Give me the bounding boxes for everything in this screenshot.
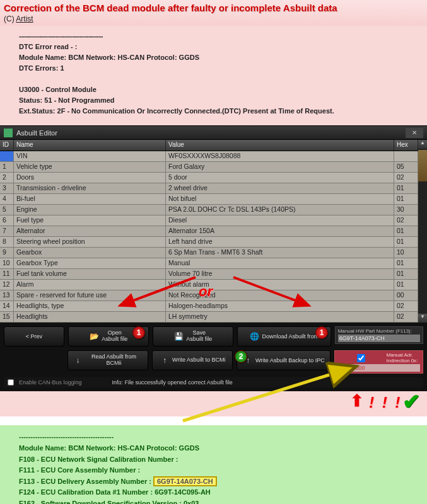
- cell-name: Steering wheel position: [14, 237, 166, 248]
- asbuilt-editor-window: Asbuilt Editor ✕ ID Name Value Hex VINWF…: [0, 125, 427, 391]
- table-row[interactable]: 5EnginePSA 2.0L DOHC Cr Tc DSL 143Ps (14…: [0, 205, 418, 215]
- cell-name: Headlights: [14, 312, 166, 323]
- module-line: Module Name: BCM Network: HS-CAN Protoco…: [19, 443, 414, 454]
- cell-value: Volume 70 litre: [166, 269, 394, 280]
- cell-name: Alarm: [14, 280, 166, 290]
- cell-name: Fuel type: [14, 215, 166, 226]
- cell-value: 2 wheel drive: [166, 183, 394, 194]
- table-row[interactable]: 15HeadlightsLH symmetry02: [0, 312, 418, 323]
- cell-hex: 02: [394, 173, 418, 183]
- cell-id: 5: [0, 205, 14, 215]
- table-row[interactable]: VINWF0SXXXXWS8J08088: [0, 151, 418, 162]
- cell-hex: 10: [394, 248, 418, 258]
- cell-id: 7: [0, 226, 14, 237]
- cell-name: Doors: [14, 173, 166, 183]
- app-icon: [4, 129, 13, 137]
- vertical-scrollbar[interactable]: ▲ ▼: [418, 140, 427, 323]
- upload-arrow-icon: ↑: [160, 355, 170, 365]
- folder-open-icon: 📂: [89, 331, 99, 341]
- annotation-or: or: [199, 284, 213, 300]
- table-row[interactable]: 3Transmission - driveline2 wheel drive01: [0, 183, 418, 194]
- table-row[interactable]: 10Gearbox TypeManual01: [0, 258, 418, 269]
- cell-id: 2: [0, 173, 14, 183]
- manual-adr-label: Manual Adr. Indirection 0x:: [387, 352, 421, 364]
- cell-value: Left hand drive: [166, 237, 394, 248]
- col-value[interactable]: Value: [166, 140, 394, 151]
- window-titlebar[interactable]: Asbuilt Editor ✕: [0, 126, 427, 140]
- cell-id: 15: [0, 312, 14, 323]
- cell-id: 10: [0, 258, 14, 269]
- manual-hw-input[interactable]: [338, 335, 420, 342]
- can-log-checkbox[interactable]: [8, 379, 14, 386]
- cell-hex: 01: [394, 258, 418, 269]
- cell-id: 11: [0, 269, 14, 280]
- table-row[interactable]: 11Fuel tank volumeVolume 70 litre01: [0, 269, 418, 280]
- manual-adr-checkbox[interactable]: [337, 354, 384, 362]
- cell-hex: 02: [394, 215, 418, 226]
- cell-name: Alternator: [14, 226, 166, 237]
- cell-hex: 01: [394, 194, 418, 205]
- cell-name: Gearbox Type: [14, 258, 166, 269]
- globe-icon: 🌐: [249, 331, 259, 341]
- scroll-down-icon[interactable]: ▼: [418, 314, 427, 323]
- prev-button[interactable]: < Prev: [4, 326, 64, 346]
- toolbar: < Prev 📂Open Asbuilt file 💾Save Asbuilt …: [0, 323, 427, 391]
- annotation-strip: ⬆ ! ! ! ✔: [0, 391, 427, 416]
- cell-hex: [394, 151, 418, 162]
- cell-value: Manual: [166, 258, 394, 269]
- cell-name: Fuel tank volume: [14, 269, 166, 280]
- table-row[interactable]: 8Steering wheel positionLeft hand drive0…: [0, 237, 418, 248]
- manual-adr-input[interactable]: [337, 364, 420, 372]
- download-arrow-icon: ↓: [73, 355, 83, 365]
- read-asbuilt-button[interactable]: ↓Read Asbuilt from BCMii: [67, 350, 148, 370]
- up-arrow-icon: ⬆: [350, 391, 364, 411]
- write-asbuilt-button[interactable]: ↑Write Asbuilt to BCMi: [152, 350, 233, 370]
- cell-hex: 02: [394, 312, 418, 323]
- cell-id: 6: [0, 215, 14, 226]
- cell-hex: 01: [394, 237, 418, 248]
- scroll-up-icon[interactable]: ▲: [418, 140, 427, 149]
- dtc-module-line: Module Name: BCM Network: HS-CAN Protoco…: [19, 52, 414, 63]
- page-title: Correction of the BCM dead module after …: [4, 3, 423, 13]
- table-row[interactable]: 1Vehicle typeFord Galaxy05: [0, 162, 418, 173]
- cell-hex: 30: [394, 205, 418, 215]
- cell-name: Bi-fuel: [14, 194, 166, 205]
- window-close-button[interactable]: ✕: [406, 128, 423, 138]
- cell-name: Headlights, type: [14, 301, 166, 312]
- table-row[interactable]: 9Gearbox6 Sp Man Trans - MMT6 3 Shaft10: [0, 248, 418, 258]
- cell-id: 9: [0, 248, 14, 258]
- window-title: Asbuilt Editor: [16, 129, 57, 137]
- cell-hex: 05: [394, 162, 418, 173]
- table-row[interactable]: 14Headlights, typeHalogen-headlamps02: [0, 301, 418, 312]
- manual-hw-part-box: Manual HW Part Number (F113):: [335, 326, 423, 344]
- cell-id: 12: [0, 280, 14, 290]
- cell-id: 3: [0, 183, 14, 194]
- f111-line: F111 - ECU Core Assembly Number :: [19, 465, 414, 476]
- cell-hex: 01: [394, 226, 418, 237]
- table-row[interactable]: 6Fuel typeDiesel02: [0, 215, 418, 226]
- dtc-count: DTC Errors: 1: [19, 63, 414, 74]
- table-row[interactable]: 2Doors5 door02: [0, 173, 418, 183]
- manual-adr-box: Manual Adr. Indirection 0x:: [334, 350, 423, 374]
- cell-value: Halogen-headlamps: [166, 301, 394, 312]
- table-row[interactable]: 7AlternatorAlternator 150A01: [0, 226, 418, 237]
- cell-hex: 02: [394, 301, 418, 312]
- cell-id: 8: [0, 237, 14, 248]
- col-name[interactable]: Name: [14, 140, 166, 151]
- f162-line: F162 - Software Download Specification V…: [19, 498, 414, 504]
- dtc-code: U3000 - Control Module: [19, 84, 414, 95]
- manual-hw-label: Manual HW Part Number (F113):: [338, 328, 420, 334]
- cell-hex: 00: [394, 290, 418, 301]
- scroll-thumb[interactable]: [418, 150, 427, 181]
- col-id[interactable]: ID: [0, 140, 14, 151]
- dtc-ext-status: Ext.Status: 2F - No Communication Or Inc…: [19, 106, 414, 117]
- cell-value: Alternator 150A: [166, 226, 394, 237]
- dtc-status: Status: 51 - Not Programmed: [19, 95, 414, 106]
- write-backup-button[interactable]: ↑Write Asbuilt Backup to IPC: [237, 350, 330, 370]
- cell-hex: 01: [394, 183, 418, 194]
- table-row[interactable]: 4Bi-fuelNot bifuel01: [0, 194, 418, 205]
- save-asbuilt-button[interactable]: 💾Save Asbuilt file: [153, 326, 233, 346]
- cell-name: Gearbox: [14, 248, 166, 258]
- exclamation-annotation: ! ! !: [369, 394, 402, 411]
- col-hex[interactable]: Hex: [394, 140, 418, 151]
